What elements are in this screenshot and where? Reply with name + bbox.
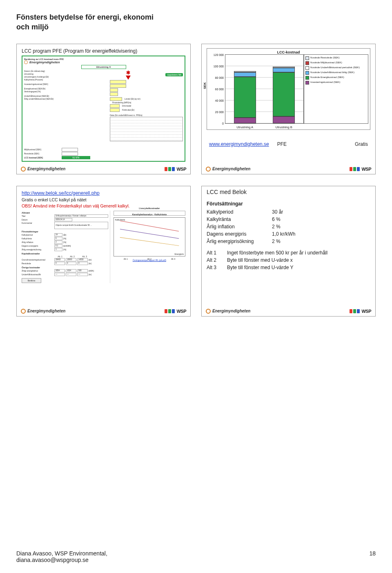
pfe-brand: Energimyndigheten [24, 60, 183, 64]
em-text: Energimyndigheten [212, 309, 250, 313]
bl-titel-f[interactable]: Driftsoptimistanalys. Fönster i elbelyst [54, 214, 108, 218]
sec-for: Förutsättningar [22, 230, 108, 233]
ae-u: [kWh] [89, 270, 94, 272]
wsp-text: WSP [176, 309, 186, 314]
rv2[interactable]: 0 [66, 262, 76, 265]
lbl-rest: Restvärde [SEK] [24, 152, 61, 155]
slide-1: LCC program PFE (Program för energieffek… [16, 44, 191, 174]
bar-utrustning-b [273, 67, 295, 123]
bl-kom-f[interactable]: Objects compat Endhi Grundkostnader 50 … [54, 222, 108, 229]
em-ring-icon [21, 167, 26, 172]
cell-inv [110, 97, 122, 101]
bl-dp-f[interactable]: 0.1 [54, 244, 62, 247]
bl-uh-l: Underhållskostnad/år [22, 273, 53, 276]
wsp-logo: WSP [165, 309, 186, 314]
s4-alts: Alt 1Inget fönsterbyte men 500 kr per år… [207, 250, 370, 270]
footer-left-1: Diana Avasoo, WSP Environmental, [16, 550, 107, 557]
s4-a2-v: Byte till fönster med U-värde x [227, 257, 370, 263]
bl-kr-l: Kalkylränta [22, 237, 53, 240]
f-drift: Utrustningens livslängd [år] [24, 76, 49, 78]
ae3[interactable]: 500 [77, 269, 88, 272]
s4-a3-l: Alt 3 [207, 265, 227, 270]
bl-po-f[interactable]: 1 [54, 248, 62, 251]
wsp-logo: WSP [165, 167, 186, 172]
f-datum: Datum (år-månad-dag) [24, 70, 45, 72]
sens-l2: Alt 2 [147, 258, 151, 260]
rv1[interactable]: 0 [54, 262, 65, 265]
gi3[interactable]: 14550 [77, 258, 88, 261]
em-ring-icon [206, 309, 211, 314]
chart-legend: Nuvärde Restvärde (SEK) Nuvärde Miljökos… [304, 54, 368, 124]
bl-kp-l: Kalkylperiod [22, 234, 53, 236]
lcc-value: 91 979 [62, 156, 90, 159]
yt60: 60 000 [212, 88, 224, 91]
lbl-milj: Miljökostnad [SEK] [24, 148, 61, 151]
lcc-chart-frame: LCC-kostnad SEK 0 20 000 40 000 60 000 8… [207, 48, 370, 130]
page-title: Fönsters betydelse för energi, ekonomi o… [16, 12, 376, 32]
slide-3: http://www.belok.se/lcc/generell.php Gra… [16, 186, 191, 317]
s4-kr-v: 6 % [272, 216, 309, 222]
yt40: 40 000 [212, 99, 224, 102]
extra-list [110, 117, 183, 141]
s4-kp-l: Kalkylperiod [207, 209, 272, 215]
berakna-button[interactable]: Beräkna [22, 278, 41, 283]
sec-ov: Övriga kostnader [22, 266, 108, 269]
lg-en: Nuvärde Energikostnad (SEK) [310, 76, 344, 78]
bl-kp-f[interactable]: 24 [54, 233, 62, 236]
s4-title: LCC med Belok [207, 189, 370, 195]
uh-u: [kr] [89, 273, 91, 276]
gi2[interactable]: 18900 [66, 258, 76, 261]
bl-if-f[interactable]: 2 [54, 241, 62, 244]
xcat-a: Utrustning A [236, 125, 253, 129]
f-en: Energikostnad [SEK/år] [24, 87, 45, 90]
lbl-forb: Förbrukat [år] [122, 109, 134, 111]
slide4-footer: Energimyndigheten WSP [206, 309, 371, 314]
s4-assumptions: Kalkylperiod30 år Kalkylränta6 % Årlig i… [207, 209, 370, 244]
ae2[interactable]: 1024 [66, 269, 76, 272]
bl-rv-l: Restvärde [22, 262, 53, 265]
belok-url[interactable]: http://www.belok.se/lcc/generell.php [22, 190, 100, 196]
em-ring-icon [21, 309, 26, 314]
title-line2: och miljö [16, 23, 49, 31]
f-ar: Årlig underhållskostnad [SEK/år] [24, 98, 53, 100]
bl-dp-u: [kr/kWh] [63, 245, 71, 247]
sens-l3: Alt 3 [171, 258, 175, 260]
f-kalk: Kalkylränta [Procent] [24, 78, 43, 81]
em-link[interactable]: www.energimyndigheten.se [209, 141, 269, 147]
s4-sub: Förutsättningar [207, 201, 370, 207]
slide-4: LCC med Belok Förutsättningar Kalkylperi… [201, 186, 376, 317]
pfe-form: Beräkning av LCC-kostnad inom PFE Energi… [22, 56, 185, 162]
bl-kr-u: [%] [63, 237, 66, 240]
em-text: Energimyndigheten [212, 167, 250, 171]
ae1[interactable]: 2054 [54, 269, 65, 272]
uppdatera-button[interactable]: Uppdatera fält [165, 73, 183, 76]
uh2[interactable]: — [66, 273, 76, 276]
page-footer: Diana Avasoo, WSP Environmental, diana.a… [16, 550, 376, 563]
chart-title: LCC-kostnad [209, 50, 368, 54]
rv-u: [kr] [89, 262, 91, 265]
bar-utrustning-a [234, 71, 256, 123]
bl-kp-u: [år] [63, 234, 66, 236]
rv3[interactable]: 0 [77, 262, 88, 265]
bl-dp-l: Dagens energipris [22, 245, 53, 247]
uh1[interactable]: — [54, 273, 65, 276]
lbl-driv: Drivmedel [122, 105, 131, 107]
lg-uhp: Nuvärde Underhållskostnad periodisk (SEK… [310, 66, 360, 69]
cell-fb [110, 108, 120, 112]
uh3[interactable]: — [77, 273, 88, 276]
belok-sens-chart: Kansligheltsanalys - Kalkylränta Kalkylr… [114, 217, 185, 256]
wsp-text: WSP [361, 167, 371, 172]
slide1-footer: Energimyndigheten WSP [21, 167, 186, 172]
bl-kr-f[interactable]: 6 [54, 237, 62, 240]
f-inv: Investeringskostnad [SEK] [24, 83, 48, 85]
swatch-uha-icon [305, 71, 309, 75]
lbl-livstid: Livstid [år] (ej rör) [125, 98, 140, 100]
lg-uha: Nuvärde Underhållskostnad årlig (SEK) [310, 71, 354, 74]
yt0: 0 [212, 122, 224, 125]
bl-dat-f[interactable]: 2009.04.14 [54, 218, 72, 221]
gi1[interactable]: 28400 [54, 258, 65, 261]
pfe-section-title: Utrustning A [81, 65, 126, 69]
alt2h: Alt. 2 [67, 255, 78, 258]
bl-po-l: Årlig energiprisökning [22, 248, 53, 251]
slide-grid: LCC program PFE (Program för energieffek… [16, 44, 376, 317]
